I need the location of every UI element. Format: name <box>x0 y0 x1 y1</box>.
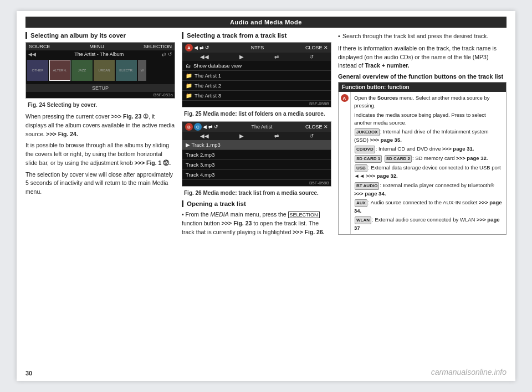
screen1-selection: SELECTION <box>144 44 172 49</box>
left-section-title: Selecting an album by its cover <box>25 32 175 39</box>
screen3-bar: B C ◀ ⇄ ↺ The Artist CLOSE ✕ <box>182 122 331 132</box>
track-item-1[interactable]: ▶ Track 1.mp3 <box>182 140 331 150</box>
content-area: Selecting an album by its cover SOURCE M… <box>25 32 507 239</box>
track-item-2[interactable]: Track 2.mp3 <box>182 150 331 160</box>
album-cover-2[interactable]: ALTERN. <box>49 60 70 81</box>
screen1-source: SOURCE <box>29 44 50 49</box>
badge-c: C <box>194 123 202 131</box>
function-table: Function button: function A Open the Sou… <box>338 82 507 235</box>
opening-text: • From the MEDIA main menu, press the SE… <box>182 210 331 236</box>
screen3-list: ▶ Track 1.mp3 Track 2.mp3 Track 3.mp3 Tr… <box>182 140 331 180</box>
screen2-code: B5F-059B <box>182 101 331 107</box>
screen3-icons: ◀◀ ▶ ⇄ ↺ <box>182 132 331 140</box>
screen1-caption: Fig. 24 Selecting by cover. <box>25 101 175 109</box>
album-cover-5[interactable]: ELECTR. <box>116 60 137 81</box>
screen1-bar: SOURCE MENU SELECTION <box>26 43 175 50</box>
screen2-bar: A ◀ ⇄ ↺ NTFS CLOSE ✕ <box>182 43 331 53</box>
page: Audio and Media Mode Selecting an album … <box>17 11 515 381</box>
screen2-close[interactable]: CLOSE ✕ <box>305 45 328 50</box>
list-item-2[interactable]: 📁 The Artist 2 <box>182 81 331 91</box>
screen3: B C ◀ ⇄ ↺ The Artist CLOSE ✕ ◀◀ ▶ ⇄ ↺ ▶ … <box>182 121 331 187</box>
screen1-menu: MENU <box>90 44 105 49</box>
screen2-icons: ◀◀ ▶ ⇄ ↺ <box>182 53 331 61</box>
album-cover-4[interactable]: URBAN <box>94 60 115 81</box>
right-column: Search through the track list and press … <box>338 32 507 239</box>
album-cover-6[interactable]: W <box>138 60 146 81</box>
header-bar: Audio and Media Mode <box>25 17 507 28</box>
body-para-3: The selection by cover view will close a… <box>25 171 175 197</box>
list-item-3[interactable]: 📁 The Artist 3 <box>182 91 331 101</box>
opening-title: Opening a track list <box>182 200 331 207</box>
screen1-code: B5F-053a <box>26 92 175 98</box>
screen3-code: B5F-059B <box>182 180 331 186</box>
badge-a-screen2: A <box>185 44 193 51</box>
info-text: If there is information available on the… <box>338 44 507 70</box>
screen3-close[interactable]: CLOSE ✕ <box>305 124 328 130</box>
track-item-3[interactable]: Track 3.mp3 <box>182 160 331 170</box>
album-cover-1[interactable]: OTHER <box>27 60 48 81</box>
album-cover-3[interactable]: JAZZ <box>71 60 93 81</box>
screen1-setup: SETUP <box>26 84 175 92</box>
screen1: SOURCE MENU SELECTION ◀◀ The Artist - Th… <box>25 42 175 99</box>
screen1-track-info: The Artist - The Album <box>38 51 160 57</box>
screen3-artist: The Artist <box>251 124 272 130</box>
body-para-1: When pressing the current cover >>> Fig.… <box>25 112 175 138</box>
right-section-heading: General overview of the function buttons… <box>338 73 507 80</box>
screen3-caption: Fig. 26 Media mode: track list from a me… <box>182 189 331 197</box>
middle-column: Selecting a track from a track list A ◀ … <box>182 32 331 239</box>
screen2: A ◀ ⇄ ↺ NTFS CLOSE ✕ ◀◀ ▶ ⇄ ↺ 🗂 Show dat… <box>182 42 331 107</box>
screen2-list: 🗂 Show database view 📁 The Artist 1 📁 Th… <box>182 61 331 101</box>
screen2-caption: Fig. 25 Media mode: list of folders on a… <box>182 110 331 118</box>
screen2-ntfs: NTFS <box>251 45 264 50</box>
header-title: Audio and Media Mode <box>230 19 302 25</box>
badge-a-table: A <box>341 94 349 102</box>
watermark: carmanualsonline.info <box>431 368 507 376</box>
list-item-0[interactable]: 🗂 Show database view <box>182 61 331 71</box>
badge-col-a: A <box>339 92 351 234</box>
body-para-2: It is possible to browse through all the… <box>25 141 175 167</box>
list-item-1[interactable]: 📁 The Artist 1 <box>182 71 331 81</box>
function-table-header: Function button: function <box>339 82 506 92</box>
func-text-a: Open the Sources menu. Select another me… <box>351 92 506 234</box>
page-number: 30 <box>25 370 32 376</box>
track-item-4[interactable]: Track 4.mp3 <box>182 170 331 180</box>
function-row-a: A Open the Sources menu. Select another … <box>339 92 506 234</box>
badge-b: B <box>185 123 193 131</box>
bullet-search: Search through the track list and press … <box>338 32 507 41</box>
left-column: Selecting an album by its cover SOURCE M… <box>25 32 175 239</box>
middle-section-title: Selecting a track from a track list <box>182 32 331 39</box>
